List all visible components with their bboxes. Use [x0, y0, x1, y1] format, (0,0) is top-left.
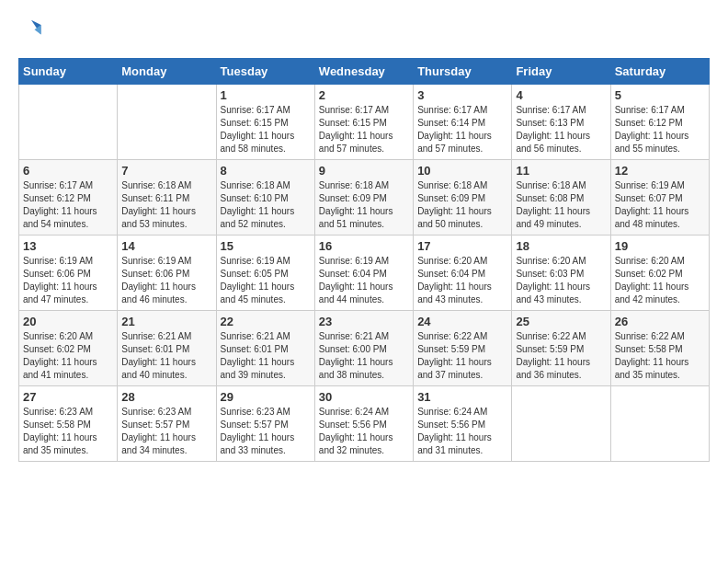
weekday-header: Wednesday [314, 59, 413, 85]
calendar-cell: 30Sunrise: 6:24 AMSunset: 5:56 PMDayligh… [314, 386, 413, 462]
calendar-cell [610, 386, 709, 462]
day-info: Sunrise: 6:17 AMSunset: 6:13 PMDaylight:… [516, 104, 606, 155]
calendar-cell: 10Sunrise: 6:18 AMSunset: 6:09 PMDayligh… [414, 160, 512, 236]
day-info: Sunrise: 6:22 AMSunset: 5:58 PMDaylight:… [615, 330, 705, 382]
calendar-cell [118, 85, 216, 160]
calendar-cell: 2Sunrise: 6:17 AMSunset: 6:15 PMDaylight… [314, 85, 413, 160]
calendar-cell: 8Sunrise: 6:18 AMSunset: 6:10 PMDaylight… [216, 160, 314, 236]
day-number: 1 [221, 88, 311, 102]
calendar-week-row: 1Sunrise: 6:17 AMSunset: 6:15 PMDaylight… [19, 85, 710, 160]
day-info: Sunrise: 6:23 AMSunset: 5:57 PMDaylight:… [121, 406, 211, 457]
day-number: 19 [615, 239, 705, 253]
day-info: Sunrise: 6:18 AMSunset: 6:09 PMDaylight:… [319, 179, 409, 231]
day-info: Sunrise: 6:17 AMSunset: 6:12 PMDaylight:… [615, 104, 705, 155]
calendar-table: SundayMondayTuesdayWednesdayThursdayFrid… [18, 58, 710, 462]
day-info: Sunrise: 6:23 AMSunset: 5:57 PMDaylight:… [221, 406, 311, 457]
calendar-cell: 6Sunrise: 6:17 AMSunset: 6:12 PMDaylight… [19, 160, 118, 236]
calendar-cell: 25Sunrise: 6:22 AMSunset: 5:59 PMDayligh… [512, 311, 610, 386]
day-number: 26 [615, 315, 705, 328]
day-number: 18 [516, 239, 606, 253]
day-info: Sunrise: 6:24 AMSunset: 5:56 PMDaylight:… [319, 406, 409, 457]
day-info: Sunrise: 6:18 AMSunset: 6:10 PMDaylight:… [221, 179, 311, 231]
day-number: 31 [417, 390, 507, 404]
calendar-cell: 22Sunrise: 6:21 AMSunset: 6:01 PMDayligh… [216, 311, 314, 386]
calendar-cell: 17Sunrise: 6:20 AMSunset: 6:04 PMDayligh… [414, 236, 512, 311]
day-info: Sunrise: 6:22 AMSunset: 5:59 PMDaylight:… [516, 330, 606, 382]
calendar-cell: 12Sunrise: 6:19 AMSunset: 6:07 PMDayligh… [610, 160, 709, 236]
day-info: Sunrise: 6:21 AMSunset: 6:01 PMDaylight:… [221, 330, 311, 382]
calendar-cell: 18Sunrise: 6:20 AMSunset: 6:03 PMDayligh… [512, 236, 610, 311]
day-number: 7 [121, 164, 211, 178]
day-info: Sunrise: 6:20 AMSunset: 6:02 PMDaylight:… [23, 330, 113, 382]
day-number: 29 [221, 390, 311, 404]
calendar-cell: 21Sunrise: 6:21 AMSunset: 6:01 PMDayligh… [118, 311, 216, 386]
day-number: 3 [417, 88, 507, 102]
weekday-header: Friday [512, 59, 610, 85]
calendar-week-row: 27Sunrise: 6:23 AMSunset: 5:58 PMDayligh… [19, 386, 710, 462]
calendar-cell: 9Sunrise: 6:18 AMSunset: 6:09 PMDaylight… [314, 160, 413, 236]
calendar-cell: 19Sunrise: 6:20 AMSunset: 6:02 PMDayligh… [610, 236, 709, 311]
day-info: Sunrise: 6:17 AMSunset: 6:14 PMDaylight:… [417, 104, 507, 155]
day-info: Sunrise: 6:17 AMSunset: 6:15 PMDaylight:… [319, 104, 409, 155]
calendar-cell: 16Sunrise: 6:19 AMSunset: 6:04 PMDayligh… [314, 236, 413, 311]
day-number: 4 [516, 88, 606, 102]
day-number: 22 [221, 315, 311, 328]
day-info: Sunrise: 6:21 AMSunset: 6:01 PMDaylight:… [121, 330, 211, 382]
calendar-cell: 5Sunrise: 6:17 AMSunset: 6:12 PMDaylight… [610, 85, 709, 160]
weekday-header: Sunday [19, 59, 118, 85]
day-info: Sunrise: 6:19 AMSunset: 6:06 PMDaylight:… [23, 255, 113, 306]
weekday-header: Thursday [414, 59, 512, 85]
day-info: Sunrise: 6:17 AMSunset: 6:15 PMDaylight:… [221, 104, 311, 155]
calendar-cell: 14Sunrise: 6:19 AMSunset: 6:06 PMDayligh… [118, 236, 216, 311]
day-info: Sunrise: 6:19 AMSunset: 6:06 PMDaylight:… [121, 255, 211, 306]
day-info: Sunrise: 6:22 AMSunset: 5:59 PMDaylight:… [417, 330, 507, 382]
day-number: 5 [615, 88, 705, 102]
day-info: Sunrise: 6:20 AMSunset: 6:03 PMDaylight:… [516, 255, 606, 306]
day-number: 21 [121, 315, 211, 328]
calendar-cell: 31Sunrise: 6:24 AMSunset: 5:56 PMDayligh… [414, 386, 512, 462]
calendar-header-row: SundayMondayTuesdayWednesdayThursdayFrid… [19, 59, 710, 85]
day-info: Sunrise: 6:18 AMSunset: 6:09 PMDaylight:… [417, 179, 507, 231]
day-number: 30 [319, 390, 409, 404]
weekday-header: Tuesday [216, 59, 314, 85]
calendar-cell: 24Sunrise: 6:22 AMSunset: 5:59 PMDayligh… [414, 311, 512, 386]
calendar-week-row: 6Sunrise: 6:17 AMSunset: 6:12 PMDaylight… [19, 160, 710, 236]
calendar-cell: 3Sunrise: 6:17 AMSunset: 6:14 PMDaylight… [414, 85, 512, 160]
day-number: 23 [319, 315, 409, 328]
calendar-cell: 15Sunrise: 6:19 AMSunset: 6:05 PMDayligh… [216, 236, 314, 311]
calendar-cell: 11Sunrise: 6:18 AMSunset: 6:08 PMDayligh… [512, 160, 610, 236]
calendar-cell: 4Sunrise: 6:17 AMSunset: 6:13 PMDaylight… [512, 85, 610, 160]
day-info: Sunrise: 6:21 AMSunset: 6:00 PMDaylight:… [319, 330, 409, 382]
calendar-cell: 23Sunrise: 6:21 AMSunset: 6:00 PMDayligh… [314, 311, 413, 386]
calendar-cell: 29Sunrise: 6:23 AMSunset: 5:57 PMDayligh… [216, 386, 314, 462]
logo-icon [18, 18, 44, 44]
weekday-header: Saturday [610, 59, 709, 85]
weekday-header: Monday [118, 59, 216, 85]
logo [18, 18, 48, 44]
day-number: 2 [319, 88, 409, 102]
day-number: 25 [516, 315, 606, 328]
day-number: 11 [516, 164, 606, 178]
calendar-cell: 13Sunrise: 6:19 AMSunset: 6:06 PMDayligh… [19, 236, 118, 311]
calendar-cell [19, 85, 118, 160]
day-number: 16 [319, 239, 409, 253]
calendar-cell: 26Sunrise: 6:22 AMSunset: 5:58 PMDayligh… [610, 311, 709, 386]
page-header [18, 18, 710, 44]
day-number: 27 [23, 390, 113, 404]
day-info: Sunrise: 6:17 AMSunset: 6:12 PMDaylight:… [23, 179, 113, 231]
day-info: Sunrise: 6:19 AMSunset: 6:07 PMDaylight:… [615, 179, 705, 231]
day-number: 10 [417, 164, 507, 178]
day-info: Sunrise: 6:24 AMSunset: 5:56 PMDaylight:… [417, 406, 507, 457]
day-number: 17 [417, 239, 507, 253]
day-number: 24 [417, 315, 507, 328]
day-number: 14 [121, 239, 211, 253]
day-info: Sunrise: 6:23 AMSunset: 5:58 PMDaylight:… [23, 406, 113, 457]
day-number: 20 [23, 315, 113, 328]
calendar-cell: 28Sunrise: 6:23 AMSunset: 5:57 PMDayligh… [118, 386, 216, 462]
day-number: 28 [121, 390, 211, 404]
day-info: Sunrise: 6:18 AMSunset: 6:08 PMDaylight:… [516, 179, 606, 231]
day-info: Sunrise: 6:20 AMSunset: 6:04 PMDaylight:… [417, 255, 507, 306]
calendar-cell: 7Sunrise: 6:18 AMSunset: 6:11 PMDaylight… [118, 160, 216, 236]
calendar-week-row: 20Sunrise: 6:20 AMSunset: 6:02 PMDayligh… [19, 311, 710, 386]
calendar-cell [512, 386, 610, 462]
